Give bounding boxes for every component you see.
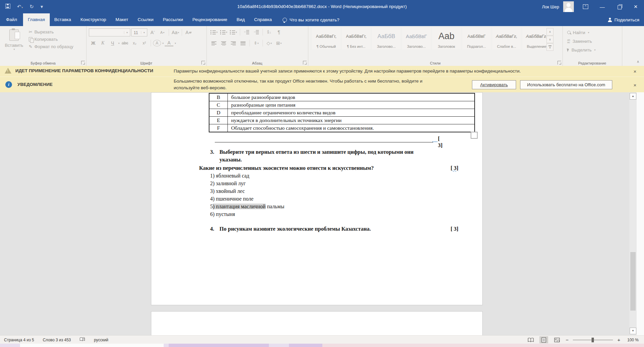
align-center-button[interactable] xyxy=(219,39,228,47)
notification-title: ИДЕТ ПРИМЕНЕНИЕ ПАРАМЕТРОВ КОНФИДЕНЦИАЛЬ… xyxy=(15,68,153,73)
scroll-down-button[interactable]: ▼ xyxy=(630,328,636,334)
line-spacing-button[interactable]: ⇕▾ xyxy=(252,39,261,47)
paste-button[interactable]: Вставить ▾ xyxy=(3,28,25,59)
print-layout-button[interactable] xyxy=(539,336,548,343)
tab-insert[interactable]: Вставка xyxy=(50,13,76,26)
bullets-button[interactable]: ▾ xyxy=(210,28,218,36)
word-count[interactable]: Слово 3 из 453 xyxy=(43,338,71,342)
show-paragraph-marks-button[interactable]: ¶ xyxy=(275,28,283,36)
numbering-button[interactable]: ▾ xyxy=(219,28,228,36)
restore-button[interactable] xyxy=(611,0,627,13)
tab-layout[interactable]: Макет xyxy=(111,13,133,26)
web-layout-button[interactable] xyxy=(552,336,561,343)
style-subtitle[interactable]: АаБбВвГПодзагол... xyxy=(462,28,491,49)
justify-button[interactable] xyxy=(239,39,248,47)
tab-home[interactable]: Главная xyxy=(23,13,49,26)
status-bar: Страница 4 из 5 Слово 3 из 453 русский −… xyxy=(0,335,644,344)
tab-references[interactable]: Ссылки xyxy=(133,13,158,26)
font-size-select[interactable]: 11 ▾ xyxy=(131,28,147,36)
zoom-slider[interactable] xyxy=(573,340,613,340)
use-free-online-button[interactable]: Использовать бесплатно на Office.com xyxy=(520,80,612,89)
user-avatar[interactable] xyxy=(563,1,574,12)
dialog-launcher-icon[interactable] xyxy=(201,61,205,65)
shading-button[interactable]: ◇▾ xyxy=(265,39,274,47)
style-heading1[interactable]: АаБбВЗаголово... xyxy=(372,28,400,49)
minimize-button[interactable]: — xyxy=(594,0,611,13)
document-page-5[interactable] xyxy=(151,311,483,335)
zoom-in-button[interactable]: + xyxy=(617,337,620,343)
superscript-button[interactable]: x² xyxy=(140,39,149,47)
underline-button[interactable]: Ч xyxy=(108,39,117,47)
decrease-indent-icon xyxy=(244,30,249,34)
score-badge: [ 3] xyxy=(438,135,443,149)
clear-formatting-button[interactable]: А xyxy=(184,29,193,36)
style-subtle-emphasis[interactable]: АаБбВвГг,Слабое в... xyxy=(492,28,521,49)
dialog-launcher-icon[interactable] xyxy=(557,61,561,65)
cut-button[interactable]: ✂Вырезать xyxy=(29,29,73,34)
sort-button[interactable]: АЯ↓ xyxy=(265,28,274,36)
page-indicator[interactable]: Страница 4 из 5 xyxy=(4,338,34,342)
style-title[interactable]: AabЗаголовок xyxy=(432,28,461,49)
find-button[interactable]: Найти▾ xyxy=(567,29,589,36)
increase-indent-icon xyxy=(254,30,259,34)
borders-button[interactable]: ⊞▾ xyxy=(275,39,283,47)
font-name-select[interactable]: ▾ xyxy=(89,28,130,36)
activate-button[interactable]: Активировать xyxy=(472,80,516,89)
tab-design[interactable]: Конструктор xyxy=(76,13,111,26)
language-indicator[interactable]: русский xyxy=(94,338,108,342)
share-button[interactable]: Поделиться xyxy=(608,13,639,26)
zoom-level[interactable]: 100 % xyxy=(625,338,639,342)
copy-button[interactable]: Копировать xyxy=(29,37,73,42)
font-color-button[interactable]: А xyxy=(165,40,173,46)
style-normal[interactable]: АаБбВвГг,¶ Обычный xyxy=(312,28,340,49)
document-page-4[interactable]: Bбольшое разнообразие видов Cразнообразн… xyxy=(151,92,483,305)
replace-button[interactable]: abacЗаменить xyxy=(567,37,592,45)
close-icon[interactable]: × xyxy=(631,69,639,74)
tell-me-box[interactable]: Что вы хотите сделать? xyxy=(283,13,339,26)
vertical-scrollbar[interactable]: ▲ ▼ xyxy=(629,92,637,335)
collapse-ribbon-icon[interactable]: ∧ xyxy=(637,60,639,64)
styles-gallery-down-button[interactable]: ∨ xyxy=(546,36,553,43)
proofing-errors-icon[interactable] xyxy=(79,337,85,343)
strikethrough-button[interactable]: abc xyxy=(121,39,129,47)
dialog-launcher-icon[interactable] xyxy=(303,61,307,65)
align-right-button[interactable] xyxy=(229,39,238,47)
tab-file[interactable]: Файл xyxy=(0,13,23,26)
scrollbar-thumb[interactable] xyxy=(630,252,636,311)
change-case-button[interactable]: Аа▾ xyxy=(171,29,180,36)
close-button[interactable]: × xyxy=(627,0,644,13)
chevron-down-icon[interactable]: ▾ xyxy=(118,42,120,45)
style-heading2[interactable]: АаБбВвГЗаголово... xyxy=(402,28,431,49)
group-styles: АаБбВвГг,¶ Обычный АаБбВвГг,¶ Без инт...… xyxy=(308,26,563,66)
ribbon-display-options-button[interactable]: ^ xyxy=(577,0,594,13)
grow-font-button[interactable]: А^ xyxy=(148,29,157,36)
account-name[interactable]: Лок Шер xyxy=(542,4,559,9)
style-no-spacing[interactable]: АаБбВвГг,¶ Без инт... xyxy=(342,28,370,49)
format-painter-button[interactable]: ✎Формат по образцу xyxy=(29,44,73,49)
shrink-font-button[interactable]: А▾ xyxy=(158,29,167,36)
styles-gallery-more-button[interactable]: ∨ xyxy=(546,43,553,51)
cursor-arrow-icon xyxy=(567,48,570,52)
increase-indent-button[interactable] xyxy=(252,28,261,36)
tab-view[interactable]: Вид xyxy=(232,13,249,26)
group-label-font: Шрифт xyxy=(86,61,206,65)
tab-help[interactable]: Справка xyxy=(250,13,277,26)
decrease-indent-button[interactable] xyxy=(242,28,251,36)
dialog-launcher-icon[interactable] xyxy=(81,61,85,65)
align-left-button[interactable] xyxy=(210,39,218,47)
notification-message: Параметры конфиденциальности вашей учетн… xyxy=(174,69,521,74)
subscript-button[interactable]: x₂ xyxy=(130,39,139,47)
text-effects-button[interactable]: А xyxy=(153,40,161,46)
zoom-slider-thumb[interactable] xyxy=(592,338,594,342)
multilevel-list-button[interactable]: ▾ xyxy=(229,28,238,36)
tab-review[interactable]: Рецензирование xyxy=(188,13,232,26)
zoom-out-button[interactable]: − xyxy=(566,337,569,343)
select-button[interactable]: Выделить▾ xyxy=(567,46,596,53)
read-mode-button[interactable] xyxy=(526,336,535,343)
styles-gallery-up-button[interactable]: ∧ xyxy=(546,28,553,35)
italic-button[interactable]: К xyxy=(99,39,107,47)
tab-mailings[interactable]: Рассылки xyxy=(158,13,188,26)
close-icon[interactable]: × xyxy=(631,82,639,88)
bold-button[interactable]: Ж xyxy=(89,39,98,47)
scroll-up-button[interactable]: ▲ xyxy=(630,93,636,100)
